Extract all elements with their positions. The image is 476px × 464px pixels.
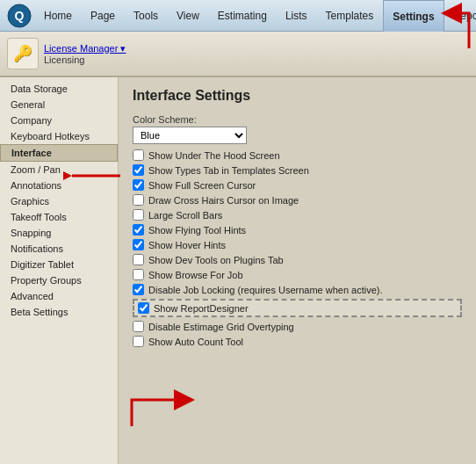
checkbox-row-9: Disable Job Locking (requires Username w… — [133, 284, 462, 295]
sidebar-item-beta-settings[interactable]: Beta Settings — [0, 304, 118, 320]
checkbox-label-11: Disable Estimage Grid Overtyping — [148, 322, 294, 332]
checkbox-label-1: Show Types Tab in Templates Screen — [148, 165, 309, 176]
app-logo: Q — [4, 0, 35, 32]
checkbox-label-9: Disable Job Locking (requires Username w… — [148, 285, 383, 295]
sidebar-item-keyboard-hotkeys[interactable]: Keyboard Hotkeys — [0, 128, 118, 144]
checkbox-label-12: Show Auto Count Tool — [148, 337, 243, 347]
license-toolbar: 🔑 License Manager ▾ Licensing — [0, 32, 476, 77]
checkbox-label-7: Show Dev Tools on Plugins Tab — [148, 255, 284, 265]
sidebar-item-annotations[interactable]: Annotations — [0, 178, 118, 193]
menu-item-view[interactable]: View — [168, 0, 209, 31]
checkbox-9[interactable] — [133, 284, 144, 295]
sidebar-item-digitizer-tablet[interactable]: Digitizer Tablet — [0, 257, 118, 272]
checkbox-row-7: Show Dev Tools on Plugins Tab — [133, 254, 462, 265]
checkbox-row-10: Show ReportDesigner — [133, 299, 462, 317]
checkbox-row-5: Show Flying Tool Hints — [133, 224, 462, 236]
sidebar-item-data-storage[interactable]: Data Storage — [0, 81, 118, 97]
checkbox-2[interactable] — [133, 179, 144, 191]
checkbox-0[interactable] — [133, 149, 144, 161]
checkbox-row-2: Show Full Screen Cursor — [133, 179, 462, 191]
checkbox-10[interactable] — [138, 302, 149, 314]
menu-item-lists[interactable]: Lists — [277, 0, 317, 31]
checkbox-5[interactable] — [133, 224, 144, 236]
checkbox-8[interactable] — [133, 269, 144, 280]
checkbox-row-6: Show Hover Hints — [133, 239, 462, 250]
menu-item-templates[interactable]: Templates — [317, 0, 384, 31]
sidebar-item-snapping[interactable]: Snapping — [0, 225, 118, 241]
licensing-label: Licensing — [44, 54, 126, 65]
menu-item-page[interactable]: Page — [82, 0, 125, 31]
sidebar-item-property-groups[interactable]: Property Groups — [0, 272, 118, 288]
sidebar: Data StorageGeneralCompanyKeyboard Hotke… — [0, 77, 119, 464]
color-scheme-label: Color Scheme: — [133, 114, 462, 125]
checkbox-11[interactable] — [133, 321, 144, 332]
svg-text:Q: Q — [15, 9, 25, 23]
sidebar-item-zoom-/-pan[interactable]: Zoom / Pan — [0, 162, 118, 178]
checkbox-row-11: Disable Estimage Grid Overtyping — [133, 321, 462, 332]
sidebar-item-advanced[interactable]: Advanced — [0, 288, 118, 304]
menu-item-reports[interactable]: Reports — [444, 0, 476, 31]
menu-item-settings[interactable]: Settings — [383, 0, 444, 32]
checkbox-row-0: Show Under The Hood Screen — [133, 149, 462, 161]
color-scheme-select[interactable]: BlueDefaultDarkLight — [133, 127, 247, 144]
checkbox-4[interactable] — [133, 209, 144, 221]
sidebar-item-notifications[interactable]: Notifications — [0, 241, 118, 257]
content-panel: Interface Settings Color Scheme: BlueDef… — [119, 77, 476, 464]
license-manager-link[interactable]: License Manager ▾ — [44, 43, 126, 54]
checkbox-label-0: Show Under The Hood Screen — [148, 150, 280, 161]
sidebar-item-general[interactable]: General — [0, 97, 118, 112]
license-manager-label: License Manager ▾ — [44, 43, 126, 54]
checkbox-row-3: Draw Cross Hairs Cursor on Image — [133, 194, 462, 206]
sidebar-item-takeoff-tools[interactable]: Takeoff Tools — [0, 209, 118, 225]
license-icon: 🔑 — [7, 38, 39, 69]
checkbox-6[interactable] — [133, 239, 144, 250]
checkbox-3[interactable] — [133, 194, 144, 206]
checkbox-label-4: Large Scroll Bars — [148, 210, 222, 221]
checkbox-label-6: Show Hover Hints — [148, 240, 226, 250]
checkbox-label-10: Show ReportDesigner — [154, 303, 249, 314]
checkbox-row-4: Large Scroll Bars — [133, 209, 462, 221]
page-title: Interface Settings — [133, 88, 462, 104]
sidebar-item-company[interactable]: Company — [0, 112, 118, 128]
sidebar-item-graphics[interactable]: Graphics — [0, 193, 118, 209]
checkbox-1[interactable] — [133, 164, 144, 176]
checkbox-row-1: Show Types Tab in Templates Screen — [133, 164, 462, 176]
menu-item-home[interactable]: Home — [35, 0, 82, 31]
checkbox-row-12: Show Auto Count Tool — [133, 336, 462, 347]
checkbox-7[interactable] — [133, 254, 144, 265]
menu-item-estimating[interactable]: Estimating — [209, 0, 277, 31]
checkbox-label-8: Show Browse For Job — [148, 270, 243, 280]
menu-item-tools[interactable]: Tools — [125, 0, 168, 31]
sidebar-item-interface[interactable]: Interface — [0, 144, 118, 162]
checkbox-12[interactable] — [133, 336, 144, 347]
checkbox-label-3: Draw Cross Hairs Cursor on Image — [148, 195, 299, 206]
checkbox-label-5: Show Flying Tool Hints — [148, 225, 246, 236]
checkbox-row-8: Show Browse For Job — [133, 269, 462, 280]
checkbox-label-2: Show Full Screen Cursor — [148, 180, 256, 191]
